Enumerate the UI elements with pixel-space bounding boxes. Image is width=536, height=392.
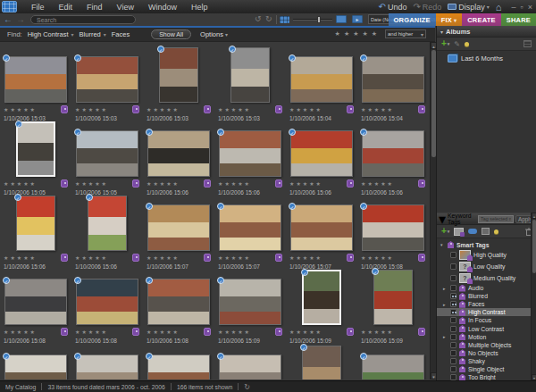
photo-thumbnail-cell[interactable]: ✓ ★★★★★	[214, 344, 286, 379]
smart-tag-blurred[interactable]: Blurred	[437, 292, 536, 300]
chevron-down-icon[interactable]: ▾	[104, 31, 106, 38]
photo-thumbnail-cell[interactable]: ✓ ★★★★★ 1/10/2006 15:03	[143, 47, 214, 121]
menu-item-view[interactable]: View	[110, 2, 141, 13]
tag-cloud-icon[interactable]	[468, 229, 477, 234]
star-rating[interactable]: ★★★★★	[147, 329, 180, 335]
tab-share[interactable]: SHARE	[501, 13, 536, 26]
expand-icon[interactable]: ▸	[443, 302, 448, 307]
photo-thumbnail[interactable]: ✓	[219, 130, 281, 177]
star-rating[interactable]: ★★★★★	[147, 180, 180, 187]
photo-thumbnail-cell[interactable]: ✓ ★★★★★	[0, 344, 71, 379]
photo-thumbnail-cell[interactable]: ✓ ★★★★★ 1/10/2006 15:06	[143, 121, 214, 196]
star-rating[interactable]: ★★★★★	[289, 254, 322, 261]
star-rating[interactable]: ★★★★★	[75, 254, 108, 261]
menu-item-window[interactable]: Window	[141, 2, 184, 13]
refresh-icon[interactable]: ↻	[244, 383, 250, 391]
smart-tag-no-objects[interactable]: No Objects	[437, 349, 536, 357]
scrollbar-thumb[interactable]	[532, 220, 536, 273]
star-rating[interactable]: ★★★★★	[147, 254, 180, 261]
photo-thumbnail[interactable]: ✓	[362, 130, 424, 177]
photo-thumbnail-cell[interactable]: ✓ ★★★★★ 1/10/2006 15:08	[143, 270, 214, 344]
photo-thumbnail-cell[interactable]: ✓ ★★★★★ 1/10/2006 15:07	[143, 196, 214, 270]
collapse-icon[interactable]: ▾	[439, 211, 446, 228]
image-tag-icon[interactable]	[454, 228, 464, 236]
photo-thumbnail[interactable]: ✓	[16, 196, 55, 251]
rotate-left-icon[interactable]: ↺	[255, 14, 262, 23]
star-rating[interactable]: ★★★★★	[361, 180, 394, 187]
photo-thumbnail[interactable]: ✓	[362, 56, 424, 103]
tab-organize[interactable]: ORGANIZE	[389, 13, 436, 26]
photo-thumbnail-cell[interactable]: ✓ ★★★★★ 1/10/2006 15:08	[71, 270, 143, 344]
close-button[interactable]: ×	[528, 3, 532, 12]
find-filter-blurred[interactable]: Blurred▾	[80, 30, 106, 38]
photo-thumbnail-cell[interactable]: ✓ ★★★★★	[357, 344, 429, 379]
tab-fix[interactable]: FIX▾	[436, 13, 463, 26]
photo-thumbnail-cell[interactable]: ✓ ★★★★★	[71, 344, 143, 379]
tag-checkbox[interactable]	[450, 317, 456, 323]
photo-thumbnail[interactable]: ✓	[76, 56, 138, 103]
menu-item-file[interactable]: File	[24, 2, 52, 13]
back-arrow-icon[interactable]: ←	[4, 14, 13, 24]
lightbulb-icon[interactable]	[465, 42, 469, 46]
forward-arrow-icon[interactable]: →	[16, 14, 25, 24]
menu-item-help[interactable]: Help	[184, 2, 215, 13]
photo-thumbnail[interactable]: ✓	[147, 279, 210, 325]
photo-thumbnail[interactable]: ✓	[219, 279, 281, 325]
tag-checkbox[interactable]	[450, 366, 456, 372]
chevron-down-icon[interactable]: ▾	[71, 31, 74, 38]
photo-thumbnail[interactable]: ✓	[147, 130, 210, 177]
tag-checkbox[interactable]	[450, 301, 456, 307]
star-rating[interactable]: ★★★★★	[218, 106, 251, 113]
photo-thumbnail-cell[interactable]: ✓ ★★★★★ 1/10/2006 15:06	[71, 196, 143, 270]
photo-thumbnail-cell[interactable]: ✓ ★★★★★ 1/10/2006 15:06	[214, 121, 286, 196]
smart-tag-medium-quality[interactable]: ? Medium Quality	[437, 272, 536, 284]
star-rating[interactable]: ★★★★★	[75, 329, 108, 335]
star-rating[interactable]: ★★★★★	[4, 254, 37, 261]
single-view-icon[interactable]: ▸	[352, 15, 363, 23]
photo-thumbnail[interactable]: ✓	[4, 279, 67, 325]
smart-tag-high-quality[interactable]: High Quality	[437, 249, 536, 261]
photo-thumbnail[interactable]: ✓	[147, 354, 210, 379]
photo-thumbnail-cell[interactable]: ✓ ★★★★★ 1/10/2006 15:03	[0, 47, 71, 121]
photo-thumbnail-cell[interactable]: ✓ ★★★★★ 1/10/2006 15:05	[0, 121, 71, 196]
chevron-down-icon[interactable]: ▾	[454, 17, 456, 23]
star-rating[interactable]: ★★★★★	[361, 106, 394, 113]
star-rating[interactable]: ★★★★★	[218, 180, 251, 187]
photo-thumbnail-cell[interactable]: ✓ ★★★★★ 1/10/2006 15:03	[71, 47, 143, 121]
star-rating[interactable]: ★★★★★	[289, 329, 322, 335]
photo-thumbnail-cell[interactable]: ✓ ★★★★★ 1/10/2006 15:04	[357, 47, 429, 121]
slider-handle[interactable]	[317, 16, 321, 23]
photo-thumbnail-cell[interactable]: ✓ ★★★★★ 1/10/2006 15:09	[357, 270, 429, 344]
menu-item-find[interactable]: Find	[80, 2, 110, 13]
photo-thumbnail-cell[interactable]: ✓ ★★★★★ 1/10/2006 15:08	[0, 270, 71, 344]
photo-thumbnail[interactable]: ✓	[4, 354, 67, 379]
tag-checkbox[interactable]	[450, 275, 456, 281]
tag-checkbox[interactable]	[450, 358, 456, 364]
photo-thumbnail[interactable]: ✓	[290, 204, 353, 251]
star-rating[interactable]: ★★★★★	[4, 106, 37, 113]
star-rating[interactable]: ★★★★★	[361, 254, 394, 261]
star-rating[interactable]: ★★★★★	[4, 329, 37, 335]
photo-thumbnail[interactable]: ✓	[290, 130, 353, 177]
tag-checkbox[interactable]	[450, 252, 456, 258]
photo-thumbnail[interactable]: ✓	[16, 121, 55, 177]
show-all-button[interactable]: Show All	[151, 29, 191, 39]
photo-thumbnail[interactable]: ✓	[147, 204, 210, 251]
photo-thumbnail-cell[interactable]: ✓ ★★★★★ 1/10/2006 15:08	[357, 196, 429, 270]
tag-checkbox[interactable]	[450, 350, 456, 356]
large-thumbnails-icon[interactable]	[336, 15, 347, 23]
tag-checkbox[interactable]	[450, 334, 456, 340]
new-album-button[interactable]: + ▾	[441, 39, 449, 48]
smart-tag-shaky[interactable]: Shaky	[437, 357, 536, 365]
scroll-up-icon[interactable]: ▴	[532, 213, 536, 219]
photo-thumbnail-cell[interactable]: ✓ ★★★★★	[143, 344, 214, 379]
star-rating[interactable]: ★★★★★	[289, 180, 322, 187]
star-rating[interactable]: ★★★★★	[361, 329, 394, 335]
photo-thumbnail-cell[interactable]: ✓ ★★★★★ 1/10/2006 15:06	[357, 121, 429, 196]
photo-thumbnail-cell[interactable]: ✓ ★★★★★ 1/10/2006 15:04	[286, 47, 357, 121]
photo-thumbnail[interactable]: ✓	[219, 204, 281, 251]
photo-thumbnail-cell[interactable]: ✓ ★★★★★ 1/10/2006 15:07	[214, 196, 286, 270]
album-item[interactable]: Last 6 Months	[437, 51, 536, 63]
photo-thumbnail[interactable]: ✓	[230, 47, 270, 103]
small-thumbnails-icon[interactable]	[280, 16, 289, 23]
